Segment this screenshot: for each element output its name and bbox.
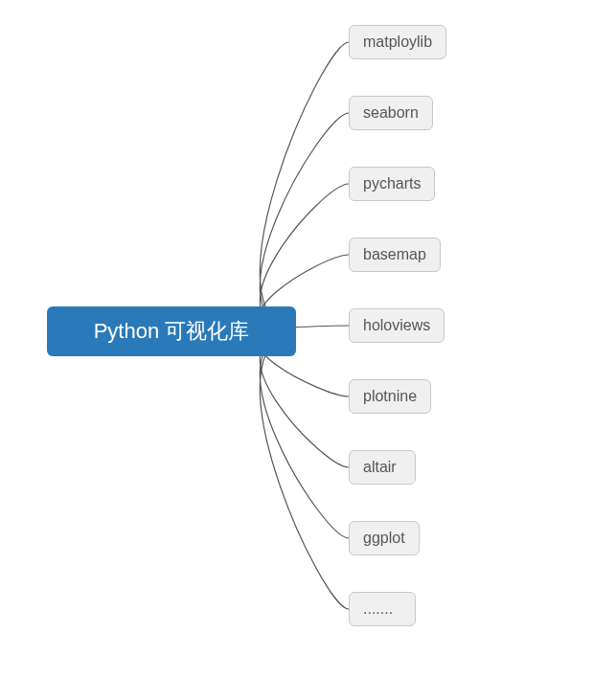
- child-label: ggplot: [363, 530, 405, 547]
- mindmap-canvas: Python 可视化库 matploylib seaborn pycharts …: [0, 0, 616, 679]
- child-node-seaborn[interactable]: seaborn: [349, 96, 433, 130]
- child-label: pycharts: [363, 175, 421, 192]
- child-label: holoviews: [363, 317, 430, 334]
- root-label: Python 可视化库: [94, 317, 250, 346]
- root-node[interactable]: Python 可视化库: [47, 306, 296, 356]
- child-node-plotnine[interactable]: plotnine: [349, 379, 431, 414]
- child-label: altair: [363, 459, 397, 476]
- child-node-matploylib[interactable]: matploylib: [349, 25, 446, 59]
- child-node-altair[interactable]: altair: [349, 450, 416, 485]
- child-label: basemap: [363, 246, 426, 263]
- child-node-pycharts[interactable]: pycharts: [349, 167, 435, 201]
- child-label: matploylib: [363, 34, 432, 51]
- child-node-basemap[interactable]: basemap: [349, 238, 441, 272]
- child-label: plotnine: [363, 388, 417, 405]
- child-label: .......: [363, 600, 393, 618]
- child-label: seaborn: [363, 104, 419, 122]
- child-node-ggplot[interactable]: ggplot: [349, 521, 420, 555]
- child-node-holoviews[interactable]: holoviews: [349, 308, 445, 343]
- child-node-more[interactable]: .......: [349, 592, 416, 626]
